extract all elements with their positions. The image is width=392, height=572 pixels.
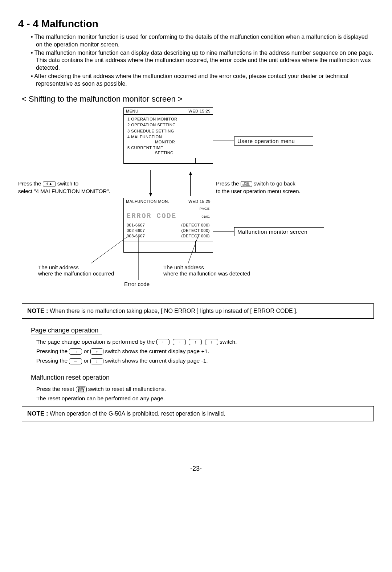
mal-page-value: 01/01	[201, 214, 210, 219]
menu-footer	[124, 158, 213, 163]
left-instruction: Press the 4 ▲ switch to select "4 MALFUN…	[18, 180, 120, 195]
arrow-left-icon-2	[69, 358, 82, 364]
pc-l1b: switch.	[218, 339, 237, 345]
svg-line-4	[91, 237, 127, 263]
reset-section: Malfunction reset operation Press the re…	[31, 374, 374, 404]
error-code-label: ERROR CODE	[127, 212, 177, 220]
pc-l1a: The page change operation is performed b…	[36, 339, 156, 345]
mal-page-label: PAGE	[200, 207, 210, 211]
subheading: < Shifting to the malfunction monitor sc…	[22, 94, 374, 104]
bullet-3: • After checking the unit address where …	[31, 73, 374, 88]
diagram: MENU WED 15:29 1 OPERATION MONITOR 2 OPE…	[18, 107, 374, 300]
page-change-title: Page change operation	[31, 327, 102, 335]
left-instr-post: switch to	[56, 180, 79, 187]
page-change-section: Page change operation The page change op…	[31, 327, 374, 366]
pc-l3a: Pressing the	[36, 358, 69, 364]
mal-header-left: MALFUNCTION MON.	[126, 199, 169, 204]
arrow-up-icon-2	[90, 348, 103, 355]
menu-header-left: MENU	[126, 109, 138, 113]
callout-ud-2: where the malfunction was detected	[163, 270, 250, 277]
reset-line2: The reset operation can be performed on …	[36, 394, 374, 403]
right-instr-post: switch to go back	[252, 180, 295, 187]
callout-uo-1: The unit address	[38, 264, 79, 270]
page-change-line1: The page change operation is performed b…	[36, 337, 374, 347]
menu-item-3: 3 SCHEDULE SETTING	[127, 128, 209, 134]
pc-l3b: or	[82, 358, 90, 364]
rs-l1a: Press the reset	[36, 386, 76, 392]
arrow-down-icon-2	[90, 358, 103, 364]
mal-addr-1: 001-6607	[127, 222, 145, 228]
key-4-up-icon: 4 ▲	[43, 181, 56, 187]
menu-header-right: WED 15:29	[188, 109, 211, 113]
callout-unit-detected: The unit address where the malfunction w…	[163, 264, 272, 277]
arrow-left-icon	[156, 339, 170, 345]
right-instr-line2: to the user operation menu screen.	[216, 188, 301, 194]
mal-detect-2: (DETECT 000)	[181, 228, 210, 233]
reset-key-icon: RESETDEL	[76, 387, 87, 392]
key-back-icon: BACKSCREEN	[241, 181, 252, 187]
malmon-label-box: Malfunction monitor screen	[234, 227, 324, 236]
mal-row-3: 003-6607 (DETECT 000)	[127, 233, 210, 239]
mal-row-2: 002-6607 (DETECT 000)	[127, 228, 210, 233]
note1-bold: NOTE :	[27, 307, 48, 314]
note1-text: When there is no malfunction taking plac…	[48, 308, 298, 314]
page-title: 4 - 4 Malfunction	[18, 18, 374, 30]
mal-addr-3: 003-6607	[127, 233, 145, 239]
callout-ud-1: The unit address	[163, 264, 204, 270]
arrow-right-icon-2	[69, 348, 82, 355]
menu-screen: MENU WED 15:29 1 OPERATION MONITOR 2 OPE…	[123, 107, 213, 164]
page-number: -23-	[18, 465, 374, 473]
right-instruction: Press the BACKSCREEN switch to go back t…	[216, 180, 328, 195]
note-2: NOTE : When operation of the G-50A is pr…	[22, 406, 374, 421]
callout-uo-2: where the malfunction occurred	[38, 270, 114, 277]
mal-row-1: 001-6607 (DETECT 000)	[127, 222, 210, 228]
bullet-2: • The malfunction monitor function can d…	[31, 49, 374, 72]
pc-l3c: switch shows the current display page -1…	[103, 358, 208, 364]
note-1: NOTE : When there is no malfunction taki…	[22, 303, 374, 319]
left-instr-line2: select "4 MALFUNCTION MONITOR".	[18, 188, 110, 194]
menu-item-2: 2 OPERATION SETTING	[127, 122, 209, 128]
pc-l2a: Pressing the	[36, 348, 69, 354]
callout-unit-occurred: The unit address where the malfunction o…	[38, 264, 132, 277]
mal-addr-2: 002-6607	[127, 228, 145, 233]
mal-detect-3: (DETECT 000)	[181, 233, 210, 239]
mal-footer	[124, 241, 213, 252]
arrow-up-icon	[189, 339, 202, 345]
reset-title: Malfunction reset operation	[31, 374, 118, 382]
menu-item-1: 1 OPERATION MONITOR	[127, 116, 209, 122]
rs-l1b: switch to reset all malfunctions.	[87, 386, 166, 392]
pc-l2b: or	[82, 348, 90, 354]
bullet-1: • The malfunction monitor function is us…	[31, 33, 374, 49]
intro-bullets: • The malfunction monitor function is us…	[31, 33, 374, 88]
malfunction-screen: MALFUNCTION MON. WED 15:29 PAGE ERROR CO…	[123, 198, 213, 253]
mal-detect-1: (DETECT 000)	[181, 222, 210, 228]
usermenu-label-box: Usere operation menu	[234, 136, 313, 146]
note2-bold: NOTE :	[27, 410, 48, 417]
page-change-line2: Pressing the or switch shows the current…	[36, 347, 374, 356]
arrow-right-icon	[173, 339, 186, 345]
mal-header-right: WED 15:29	[188, 199, 211, 204]
note2-text: When operation of the G-50A is prohibite…	[48, 410, 225, 417]
right-instr-pre: Press the	[216, 180, 241, 187]
left-instr-pre: Press the	[18, 180, 43, 187]
reset-line1: Press the reset RESETDEL switch to reset…	[36, 384, 374, 394]
arrow-down-icon	[205, 339, 218, 345]
pc-l2c: switch shows the current display page +1…	[103, 348, 209, 354]
page-change-line3: Pressing the or switch shows the current…	[36, 356, 374, 365]
callout-error-code: Error code	[124, 281, 150, 287]
